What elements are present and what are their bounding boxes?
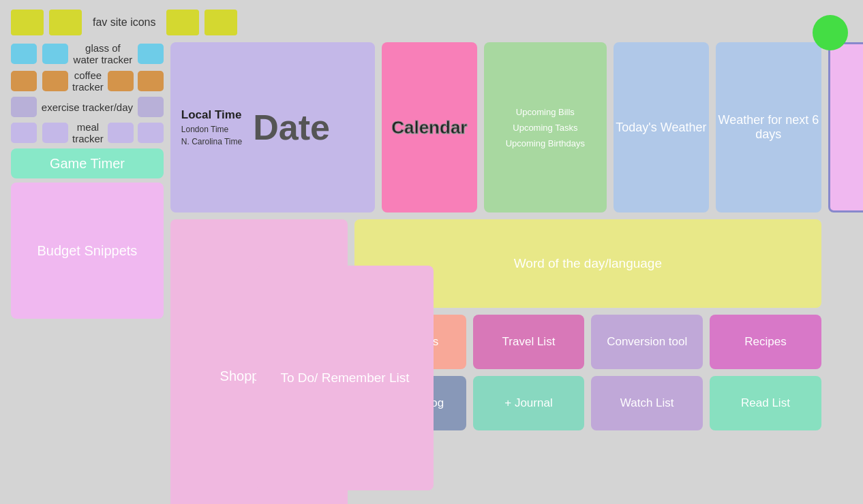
todo-remember-widget[interactable]: To Do/ Remember List bbox=[256, 266, 434, 490]
trackers-column: glass of water tracker coffee tracker ex… bbox=[11, 42, 164, 319]
upcoming-tasks: Upcoming Tasks bbox=[513, 123, 577, 133]
date-display: Date bbox=[253, 107, 330, 148]
meal-dot-4[interactable] bbox=[138, 123, 164, 143]
travel-list-widget[interactable]: Travel List bbox=[473, 315, 585, 369]
todays-weather-widget[interactable]: Today's Weather bbox=[614, 42, 709, 212]
picture-frame-widget[interactable]: Picture Frame/ Meme bbox=[828, 42, 863, 212]
meal-tracker-label: meal tracker bbox=[72, 121, 104, 144]
meal-dot-3[interactable] bbox=[108, 123, 134, 143]
water-tracker-label: glass of water tracker bbox=[72, 42, 134, 65]
nc-time-label: N. Carolina Time bbox=[181, 137, 242, 146]
fav-icon-4[interactable] bbox=[205, 10, 237, 35]
watch-list-widget[interactable]: Watch List bbox=[591, 376, 703, 430]
meal-tracker-row: meal tracker bbox=[11, 121, 164, 144]
water-dot-2[interactable] bbox=[42, 44, 68, 64]
coffee-dot-1[interactable] bbox=[11, 71, 37, 91]
coffee-tracker-label: coffee tracker bbox=[72, 69, 104, 93]
calendar-label: Calendar bbox=[391, 117, 467, 138]
upcoming-widget: Upcoming Bills Upcoming Tasks Upcoming B… bbox=[484, 42, 607, 212]
recipes-widget[interactable]: Recipes bbox=[710, 315, 821, 369]
upcoming-birthdays: Upcoming Birthdays bbox=[506, 138, 585, 148]
fav-site-row: fav site icons bbox=[11, 10, 852, 35]
todays-weather-label: Today's Weather bbox=[616, 121, 706, 135]
local-time-widget: Local Time London Time N. Carolina Time … bbox=[170, 42, 375, 212]
fav-label: fav site icons bbox=[87, 16, 161, 29]
local-time-title: Local Time bbox=[181, 108, 242, 122]
exercise-dot-2[interactable] bbox=[138, 97, 164, 117]
coffee-dot-3[interactable] bbox=[108, 71, 134, 91]
london-time-label: London Time bbox=[181, 125, 242, 134]
fav-icon-3[interactable] bbox=[166, 10, 199, 35]
exercise-dot-1[interactable] bbox=[11, 97, 37, 117]
water-tracker-row: glass of water tracker bbox=[11, 42, 164, 65]
water-dot-3[interactable] bbox=[138, 44, 164, 64]
journal-widget[interactable]: + Journal bbox=[473, 376, 585, 430]
water-dot-1[interactable] bbox=[11, 44, 37, 64]
exercise-tracker-row: exercise tracker/day bbox=[11, 97, 164, 117]
coffee-dot-2[interactable] bbox=[42, 71, 68, 91]
coffee-tracker-row: coffee tracker bbox=[11, 69, 164, 93]
picture-frame-label: Picture Frame/ Meme bbox=[841, 72, 863, 184]
fav-icon-2[interactable] bbox=[49, 10, 82, 35]
weather-next-widget[interactable]: Weather for next 6 days bbox=[716, 42, 821, 212]
green-circle-indicator[interactable] bbox=[813, 15, 848, 50]
game-timer-widget[interactable]: Game Timer bbox=[11, 148, 164, 178]
meal-dot-2[interactable] bbox=[42, 123, 68, 143]
weather-next-label: Weather for next 6 days bbox=[716, 113, 821, 142]
conversion-tool-widget[interactable]: Conversion tool bbox=[591, 315, 703, 369]
read-list-widget[interactable]: Read List bbox=[710, 376, 821, 430]
exercise-tracker-label: exercise tracker/day bbox=[41, 101, 134, 113]
coffee-dot-4[interactable] bbox=[138, 71, 164, 91]
fav-icon-1[interactable] bbox=[11, 10, 44, 35]
budget-snippets-widget[interactable]: Budget Snippets bbox=[11, 183, 164, 319]
upcoming-bills: Upcoming Bills bbox=[516, 107, 575, 117]
meal-dot-1[interactable] bbox=[11, 123, 37, 143]
calendar-widget[interactable]: Calendar bbox=[382, 42, 477, 212]
